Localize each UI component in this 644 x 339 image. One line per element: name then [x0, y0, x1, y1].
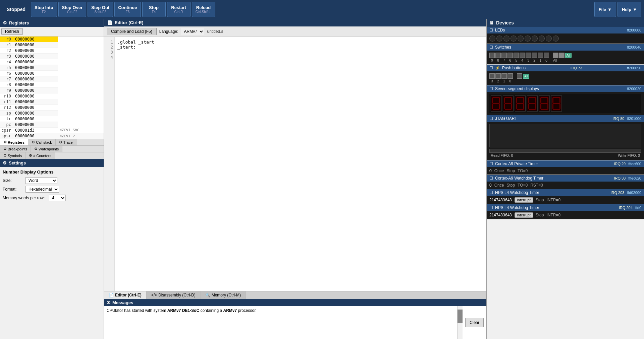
tab-memory[interactable]: 🔍 Memory (Ctrl-M)	[201, 291, 246, 299]
editor-tab-icon: 📄	[109, 293, 114, 297]
tab-registers[interactable]: ⚙ Registers	[0, 139, 28, 145]
file-menu-button[interactable]: File ▼	[594, 2, 616, 17]
tab-counters[interactable]: ⚙ # Counters	[25, 152, 55, 159]
size-select[interactable]: Byte Halfword Word Doubleword	[25, 177, 57, 184]
reg-value-r3: 00000000	[14, 54, 58, 59]
register-row-r4[interactable]: r400000000	[0, 59, 104, 65]
register-row-lr[interactable]: lr00000000	[0, 116, 104, 122]
register-row-r11[interactable]: r1100000000	[0, 99, 104, 105]
sw-9[interactable]	[489, 53, 495, 58]
step-into-button[interactable]: Step Into F2	[31, 2, 57, 17]
sw-7[interactable]	[501, 53, 507, 58]
svg-rect-5	[499, 104, 500, 109]
toolbar: Stopped Step Into F2 Step Over Ctrl-F2 S…	[0, 0, 644, 19]
tab-watchpoints[interactable]: ⚙ Watchpoints	[31, 146, 62, 152]
seg-digit-4[interactable]	[503, 95, 514, 112]
pb-0[interactable]	[507, 73, 513, 79]
register-row-pc[interactable]: pc00000000	[0, 122, 104, 128]
seg-digit-2[interactable]	[527, 95, 538, 112]
compile-button[interactable]: Compile and Load (F5)	[107, 28, 157, 35]
led-8[interactable]	[496, 36, 502, 42]
hps-watchdog2-interrupt-btn[interactable]: Interrupt	[515, 212, 533, 218]
tab-trace[interactable]: ⚙ Trace	[56, 139, 76, 145]
seven-segment-icon: ☐	[489, 86, 493, 91]
clear-button[interactable]: Clear	[465, 318, 484, 327]
sw-3[interactable]	[526, 53, 531, 58]
sw-4[interactable]	[520, 53, 525, 58]
pb-all-btn[interactable]: All	[523, 74, 529, 79]
seg-digit-0[interactable]	[551, 95, 562, 112]
register-row-r6[interactable]: r600000000	[0, 71, 104, 76]
tab-disassembly[interactable]: </> Disassembly (Ctrl-D)	[147, 291, 201, 299]
code-content[interactable]: .global _start _start:	[115, 37, 486, 291]
reload-button[interactable]: Reload Ctrl-Shift-L	[192, 2, 215, 17]
svg-rect-25	[528, 104, 529, 109]
register-row-r9[interactable]: r900000000	[0, 88, 104, 93]
register-row-cpsr[interactable]: cpsr000001d3NZCVI SVC	[0, 128, 104, 133]
language-select[interactable]: ARMv7 ARMv8 x86	[181, 28, 204, 35]
pb-3[interactable]	[489, 73, 495, 79]
led-2[interactable]	[539, 36, 545, 42]
step-out-button[interactable]: Step Out Shift-F2	[88, 2, 113, 17]
svg-rect-15	[516, 97, 517, 103]
help-menu-button[interactable]: Help ▼	[618, 2, 641, 17]
tab-symbols[interactable]: ⚙ Symbols	[0, 152, 25, 159]
pb-1[interactable]	[501, 73, 507, 79]
sw-check1[interactable]	[553, 53, 558, 58]
continue-button[interactable]: Continue F3	[114, 2, 141, 17]
switches-all-btn[interactable]: All	[565, 53, 572, 58]
filename-label: untitled.s	[207, 29, 223, 34]
hps-watchdog1-interrupt-btn[interactable]: Interrupt	[515, 197, 533, 203]
register-row-r1[interactable]: r100000000	[0, 42, 104, 48]
seg-digit-5[interactable]	[491, 95, 501, 112]
jtag-scroll-area[interactable]	[489, 124, 641, 147]
messages-scrollbar[interactable]	[457, 306, 463, 339]
refresh-button[interactable]: Refresh	[1, 28, 23, 35]
tab-editor[interactable]: 📄 Editor (Ctrl-E)	[104, 291, 147, 299]
sw-check2[interactable]	[559, 53, 565, 58]
devices-icon: 🖥	[489, 20, 494, 25]
tab-call-stack[interactable]: ⚙ Call stack	[28, 139, 56, 145]
stop-button[interactable]: Stop F4	[142, 2, 166, 17]
svg-rect-24	[529, 103, 536, 104]
led-9[interactable]	[489, 36, 495, 42]
reg-name-sp: sp	[0, 111, 14, 116]
led-1[interactable]	[546, 36, 552, 42]
register-row-r2[interactable]: r200000000	[0, 48, 104, 54]
sw-8[interactable]	[495, 53, 501, 58]
led-4[interactable]	[525, 36, 531, 42]
sw-2[interactable]	[532, 53, 537, 58]
sw-1[interactable]	[538, 53, 543, 58]
sw-6[interactable]	[507, 53, 513, 58]
led-0[interactable]	[553, 36, 559, 42]
register-row-r5[interactable]: r500000000	[0, 65, 104, 71]
pb-2[interactable]	[495, 73, 501, 79]
hps-watchdog1-content: 2147483648 Interrupt Stop INTR=0	[487, 196, 644, 204]
format-select[interactable]: Binary Octal Decimal Hexadecimal	[25, 186, 59, 193]
sw-0[interactable]	[544, 53, 549, 58]
register-row-r8[interactable]: r800000000	[0, 82, 104, 88]
svg-rect-20	[517, 109, 524, 110]
tab-breakpoints[interactable]: ⚙ Breakpoints	[0, 146, 31, 152]
register-row-r0[interactable]: r000000000	[0, 37, 104, 42]
led-3[interactable]	[532, 36, 538, 42]
mem-words-select[interactable]: 4 8	[49, 195, 66, 201]
code-editor[interactable]: 1 2 3 4 .global _start _start:	[104, 37, 486, 291]
led-6[interactable]	[511, 36, 517, 42]
register-row-r7[interactable]: r700000000	[0, 76, 104, 82]
register-row-r3[interactable]: r300000000	[0, 54, 104, 59]
jtag-horizontal-scrollbar[interactable]	[489, 149, 641, 153]
pb-check[interactable]	[517, 73, 522, 79]
register-row-r12[interactable]: r1200000000	[0, 105, 104, 111]
reg-name-r1: r1	[0, 42, 14, 48]
sw-5[interactable]	[514, 53, 519, 58]
led-5[interactable]	[518, 36, 524, 42]
seg-digit-1[interactable]	[539, 95, 550, 112]
register-row-r10[interactable]: r1000000000	[0, 93, 104, 99]
led-7[interactable]	[503, 36, 509, 42]
restart-button[interactable]: Restart Ctrl-R	[167, 2, 191, 17]
register-row-spsr[interactable]: spsr00000000NZCVI ?	[0, 133, 104, 139]
step-over-button[interactable]: Step Over Ctrl-F2	[58, 2, 86, 17]
register-row-sp[interactable]: sp00000000	[0, 111, 104, 116]
seg-digit-3[interactable]	[515, 95, 526, 112]
